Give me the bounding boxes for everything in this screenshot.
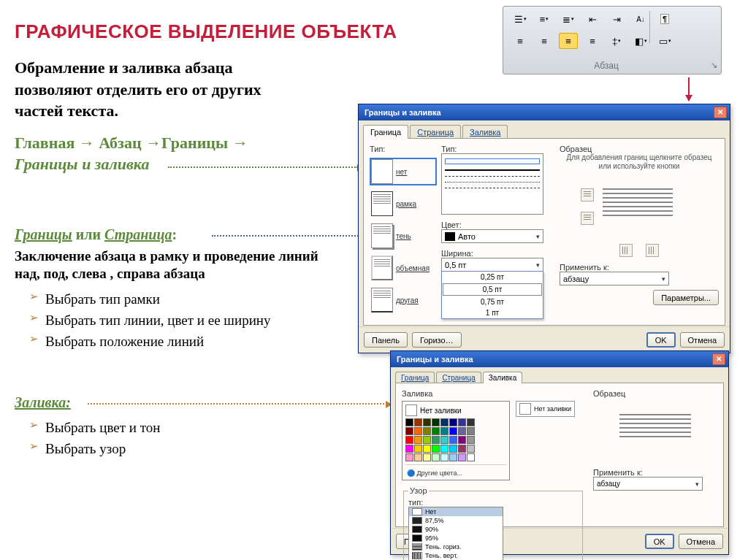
tab-shading[interactable]: Заливка — [483, 372, 523, 383]
color-swatch[interactable] — [449, 427, 457, 435]
color-swatch[interactable] — [458, 418, 466, 426]
sample-paragraph[interactable] — [598, 184, 677, 229]
color-swatch[interactable] — [405, 445, 413, 453]
tint-option[interactable]: Тень. гориз. — [409, 542, 503, 551]
color-swatch[interactable] — [440, 427, 449, 435]
width-option[interactable]: 0,5 пт — [443, 283, 542, 296]
color-swatch[interactable] — [458, 453, 466, 461]
color-swatch[interactable] — [423, 453, 431, 461]
width-option[interactable]: 1 пт — [442, 307, 543, 318]
apply-to-dropdown[interactable]: абзацу▾ — [593, 477, 703, 491]
color-swatch[interactable] — [440, 418, 449, 426]
color-swatch[interactable] — [440, 445, 449, 453]
no-fill-button[interactable]: Нет заливки — [516, 401, 575, 417]
tint-option[interactable]: Тень. верт. — [409, 551, 503, 560]
border-left-toggle[interactable] — [619, 244, 633, 257]
shading-button[interactable]: ◧▾ — [631, 33, 650, 49]
width-option[interactable]: 0,75 пт — [442, 296, 543, 307]
color-swatch[interactable] — [423, 445, 431, 453]
color-swatch[interactable] — [414, 418, 422, 426]
panel-button[interactable]: Панель — [364, 332, 408, 348]
type-frame-option[interactable]: рамка — [370, 190, 437, 218]
color-swatch[interactable] — [423, 427, 431, 435]
color-swatch[interactable] — [467, 436, 475, 444]
border-bottom-toggle[interactable] — [581, 212, 594, 225]
color-swatch[interactable] — [423, 436, 431, 444]
tab-border[interactable]: Граница — [363, 125, 408, 139]
width-option[interactable]: 0,25 пт — [442, 272, 543, 283]
color-swatch[interactable] — [467, 453, 475, 461]
color-dropdown[interactable]: Авто ▾ — [441, 229, 543, 243]
cancel-button[interactable]: Отмена — [680, 332, 725, 348]
numbering-button[interactable]: ≡▾ — [535, 11, 554, 27]
line-style-list[interactable] — [441, 153, 543, 215]
color-swatch[interactable] — [449, 418, 457, 426]
color-swatch[interactable] — [414, 427, 422, 435]
color-swatch[interactable] — [467, 445, 475, 453]
type-3d-option[interactable]: объемная — [370, 254, 437, 282]
border-right-toggle[interactable] — [646, 244, 659, 257]
align-left-button[interactable]: ≡ — [511, 33, 530, 49]
color-swatch[interactable] — [458, 445, 466, 453]
bullets-button[interactable]: ☰▾ — [511, 11, 530, 27]
border-top-toggle[interactable] — [581, 188, 594, 202]
align-right-button[interactable]: ≡ — [559, 33, 578, 49]
color-swatch[interactable] — [405, 418, 413, 426]
close-button[interactable]: ✕ — [712, 353, 725, 365]
line-spacing-button[interactable]: ‡▾ — [607, 33, 626, 49]
hline-button[interactable]: Горизо… — [412, 332, 462, 348]
tint-option[interactable]: 87,5% — [409, 516, 503, 525]
align-justify-button[interactable]: ≡ — [583, 33, 602, 49]
type-custom-option[interactable]: другая — [370, 286, 437, 314]
tab-page[interactable]: Страница — [410, 125, 461, 139]
color-swatch[interactable] — [432, 436, 440, 444]
apply-to-dropdown[interactable]: абзацу▾ — [560, 272, 669, 285]
close-button[interactable]: ✕ — [714, 107, 727, 118]
color-swatch[interactable] — [432, 427, 440, 435]
color-swatch[interactable] — [405, 453, 413, 461]
multilevel-button[interactable]: ≣▾ — [559, 11, 578, 27]
type-shadow-option[interactable]: тень — [370, 222, 437, 250]
parameters-button[interactable]: Параметры... — [653, 290, 719, 305]
tab-border[interactable]: Граница — [395, 372, 435, 383]
tint-option[interactable]: Нет — [409, 507, 503, 516]
color-swatch[interactable] — [440, 436, 449, 444]
ok-button[interactable]: OK — [646, 332, 676, 348]
color-swatch[interactable] — [449, 436, 457, 444]
color-swatch[interactable] — [449, 453, 457, 461]
no-fill-swatch[interactable] — [405, 404, 417, 416]
color-swatch[interactable] — [467, 427, 475, 435]
show-marks-button[interactable]: ¶ — [655, 11, 674, 27]
sort-button[interactable]: А↓ — [631, 11, 650, 27]
color-swatch[interactable] — [467, 418, 475, 426]
color-swatch[interactable] — [423, 418, 431, 426]
tab-shading[interactable]: Заливка — [462, 125, 508, 139]
borders-button[interactable]: ▭▾ — [655, 33, 674, 49]
dedent-button[interactable]: ⇤ — [583, 11, 602, 27]
tint-option[interactable]: 90% — [409, 525, 503, 534]
other-colors-link[interactable]: 🔵 Другие цвета... — [405, 468, 506, 477]
color-swatch[interactable] — [458, 427, 466, 435]
width-options-popup[interactable]: 0,25 пт 0,5 пт 0,75 пт 1 пт — [441, 271, 543, 319]
tab-page[interactable]: Страница — [436, 372, 481, 383]
color-swatch[interactable] — [432, 453, 440, 461]
color-swatch[interactable] — [432, 445, 440, 453]
type-none-option[interactable]: нет — [370, 158, 437, 185]
color-swatch[interactable] — [414, 453, 422, 461]
color-swatch[interactable] — [432, 418, 440, 426]
color-swatch[interactable] — [414, 445, 422, 453]
color-swatch[interactable] — [458, 436, 466, 444]
width-dropdown[interactable]: 0,5 пт ▾ — [441, 258, 543, 272]
dialog-launcher-icon[interactable]: ↘ — [711, 61, 717, 70]
tint-option[interactable]: 95% — [409, 534, 503, 542]
color-swatch[interactable] — [440, 453, 449, 461]
color-swatch[interactable] — [405, 427, 413, 435]
color-swatch[interactable] — [414, 436, 422, 444]
color-palette[interactable]: Нет заливки 🔵 Другие цвета... — [402, 401, 510, 480]
color-swatch[interactable] — [405, 436, 413, 444]
indent-button[interactable]: ⇥ — [607, 11, 626, 27]
align-center-button[interactable]: ≡ — [535, 33, 554, 49]
color-swatch[interactable] — [449, 445, 457, 453]
type-shadow-label: тень — [396, 232, 411, 240]
tint-list[interactable]: Нет 87,5% 90% 95% Тень. гориз. Тень. вер… — [408, 507, 503, 560]
